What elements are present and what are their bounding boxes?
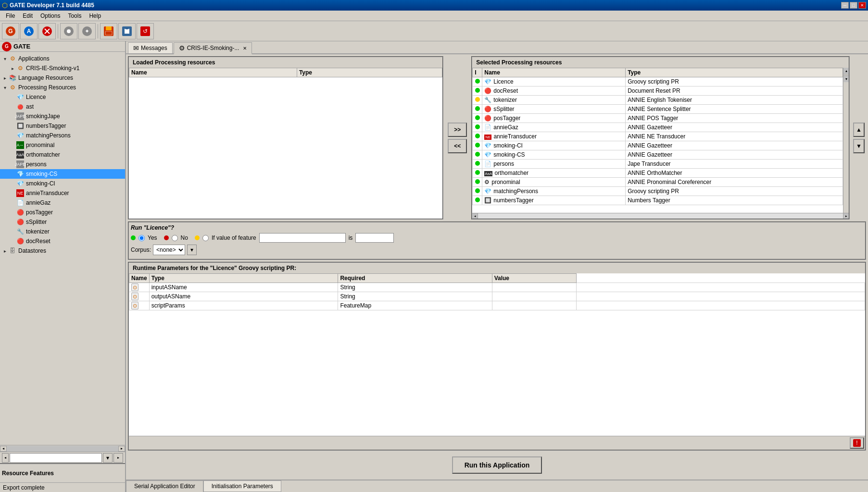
toolbar-separator: [58, 24, 58, 38]
search-input[interactable]: [10, 453, 102, 463]
move-up-button[interactable]: ▲: [853, 123, 865, 137]
param-value[interactable]: [577, 283, 865, 292]
yes-radio[interactable]: [138, 235, 145, 241]
row-type: ANNIE POS Tagger: [626, 114, 843, 123]
menu-tools[interactable]: Tools: [64, 12, 85, 20]
hscroll-right-btn[interactable]: ▸: [843, 213, 849, 219]
selected-row[interactable]: 🔲numbersTaggerNumbers Tagger: [473, 196, 843, 205]
vscroll-down-btn[interactable]: ▾: [843, 75, 849, 82]
tree-item-tokenizer[interactable]: 🔧 tokenizer: [0, 227, 125, 236]
selected-row[interactable]: ⚙pronominalANNIE Pronominal Coreferencer: [473, 178, 843, 187]
param-value[interactable]: [577, 292, 865, 301]
tree-item-applications[interactable]: ▾ ⚙ Applications: [0, 54, 125, 63]
plugin-button[interactable]: [118, 23, 136, 39]
tab-cris[interactable]: ⚙ CRIS-IE-Smoking-... ✕: [174, 42, 252, 54]
tree-item-annietransducer[interactable]: NE annieTransducer: [0, 188, 125, 198]
anniegaz-label: annieGaz: [26, 199, 50, 206]
selected-row[interactable]: 💎LicenceGroovy scripting PR: [473, 77, 843, 86]
search-dropdown[interactable]: ▾: [103, 453, 113, 463]
tree-item-pronominal[interactable]: A↔ pronominal: [0, 140, 125, 150]
selected-panel-vscroll[interactable]: ▴ ▾: [843, 68, 849, 213]
tab-close-btn[interactable]: ✕: [243, 46, 247, 51]
if-value-radio[interactable]: [202, 235, 209, 241]
tree-item-licence[interactable]: 💎 Licence: [0, 92, 125, 102]
selected-row[interactable]: 💎smoking-CSANNIE Gazetteer: [473, 150, 843, 160]
search-next-btn[interactable]: ▸: [113, 453, 123, 463]
hscroll-left-btn[interactable]: ◂: [472, 213, 478, 219]
selected-row[interactable]: 🔴sSplitterANNIE Sentence Splitter: [473, 105, 843, 114]
tree-item-smokingjape[interactable]: JAPE smokingJape: [0, 111, 125, 121]
refresh-button[interactable]: ↺: [137, 23, 154, 39]
selected-row[interactable]: 💎smoking-CIANNIE Gazetteer: [473, 141, 843, 150]
ssplitter-icon: 🔴: [16, 218, 24, 226]
expand-numberstagger: [10, 123, 15, 129]
tree-item-docreset[interactable]: 🔴 docReset: [0, 236, 125, 246]
scroll-right-btn[interactable]: ▸: [118, 446, 125, 452]
param-row[interactable]: ⊙outputASNameString: [129, 292, 865, 301]
tree-item-datastores[interactable]: ▸ 🗄 Datastores: [0, 246, 125, 256]
tree-item-persons[interactable]: JAPE persons: [0, 160, 125, 169]
selected-row[interactable]: 💎matchingPersonsGroovy scripting PR: [473, 187, 843, 196]
selected-row[interactable]: 📄personsJape Transducer: [473, 160, 843, 169]
param-value[interactable]: [577, 301, 865, 310]
content-area: ✉ Messages ⚙ CRIS-IE-Smoking-... ✕ Loade…: [126, 41, 868, 492]
param-row[interactable]: ⊙inputASNameString: [129, 283, 865, 292]
vscroll-up-btn[interactable]: ▴: [843, 68, 849, 74]
add-to-selected-button[interactable]: >>: [448, 123, 467, 137]
selected-row[interactable]: 🔴posTaggerANNIE POS Tagger: [473, 114, 843, 123]
feature-input[interactable]: [259, 233, 346, 243]
tree-item-anniegaz[interactable]: 📄 annieGaz: [0, 198, 125, 208]
selected-row[interactable]: 🔧tokenizerANNIE English Tokeniser: [473, 96, 843, 105]
row-type: ANNIE Sentence Splitter: [626, 105, 843, 114]
tree-item-postagger[interactable]: 🔴 posTagger: [0, 208, 125, 217]
remove-from-selected-button[interactable]: <<: [448, 139, 467, 153]
params-action-btn[interactable]: !: [850, 437, 864, 449]
param-type: String: [338, 292, 492, 301]
settings-button[interactable]: [60, 23, 77, 39]
tree-item-smoking-cs[interactable]: 💎 smoking-CS: [0, 169, 125, 179]
selected-row[interactable]: AaAorthomatcherANNIE OrthoMatcher: [473, 169, 843, 178]
tree-item-orthomatcher[interactable]: AaA orthomatcher: [0, 150, 125, 160]
new-application-button[interactable]: G: [2, 23, 19, 39]
tree-item-processing-resources[interactable]: ▾ ⚙ Processing Resources: [0, 83, 125, 92]
tree-item-matchingpersons[interactable]: 💎 matchingPersons: [0, 131, 125, 140]
maximize-button[interactable]: □: [850, 2, 857, 9]
tree-item-language-resources[interactable]: ▸ 📚 Language Resources: [0, 73, 125, 83]
selected-row[interactable]: 📄annieGazANNIE Gazetteer: [473, 123, 843, 132]
menu-help[interactable]: Help: [85, 12, 105, 20]
tree-item-ssplitter[interactable]: 🔴 sSplitter: [0, 217, 125, 227]
selected-row[interactable]: NEannieTransducerANNIE NE Transducer: [473, 132, 843, 141]
corpus-select[interactable]: <none>: [153, 245, 185, 255]
run-application-button[interactable]: Run this Application: [452, 456, 542, 474]
selected-row[interactable]: 🔴docResetDocument Reset PR: [473, 86, 843, 96]
menu-options[interactable]: Options: [37, 12, 64, 20]
minimize-button[interactable]: ─: [841, 2, 849, 9]
menu-file[interactable]: File: [2, 12, 19, 20]
tree-item-ast[interactable]: 🔴 ast: [0, 102, 125, 111]
tree-item-smoking-ci[interactable]: 💎 smoking-CI: [0, 179, 125, 188]
tree-item-cris[interactable]: ▸ ⚙ CRIS-IE-Smoking-v1: [0, 63, 125, 73]
close-window-button[interactable]: ✕: [858, 2, 866, 9]
h-scroll-thumb[interactable]: [7, 446, 118, 452]
bottom-tab-init[interactable]: Initialisation Parameters: [203, 480, 281, 492]
no-radio[interactable]: [172, 235, 178, 241]
annie-button[interactable]: A: [20, 23, 38, 39]
menu-bar: File Edit Options Tools Help: [0, 11, 868, 21]
save-button[interactable]: [100, 23, 117, 39]
param-row[interactable]: ⊙scriptParamsFeatureMap: [129, 301, 865, 310]
corpus-expand-btn[interactable]: ▾: [187, 245, 197, 255]
move-down-button[interactable]: ▼: [853, 139, 865, 153]
bottom-tab-serial[interactable]: Serial Application Editor: [126, 480, 203, 492]
expand-smoking-ci: [10, 181, 15, 186]
selected-panel-hscroll: ◂ ▸: [472, 213, 849, 219]
scroll-left-btn[interactable]: ◂: [0, 446, 7, 452]
tree-item-numberstagger[interactable]: 🔲 numbersTagger: [0, 121, 125, 131]
close-resource-button[interactable]: [38, 23, 56, 39]
search-prev-btn[interactable]: ◂: [2, 453, 9, 463]
tab-messages[interactable]: ✉ Messages: [128, 42, 173, 53]
cris-icon: ⚙: [16, 64, 24, 72]
is-value-input[interactable]: [355, 233, 394, 243]
hscroll-thumb[interactable]: [478, 213, 843, 219]
tools-button[interactable]: ✦: [78, 23, 96, 39]
menu-edit[interactable]: Edit: [19, 12, 37, 20]
